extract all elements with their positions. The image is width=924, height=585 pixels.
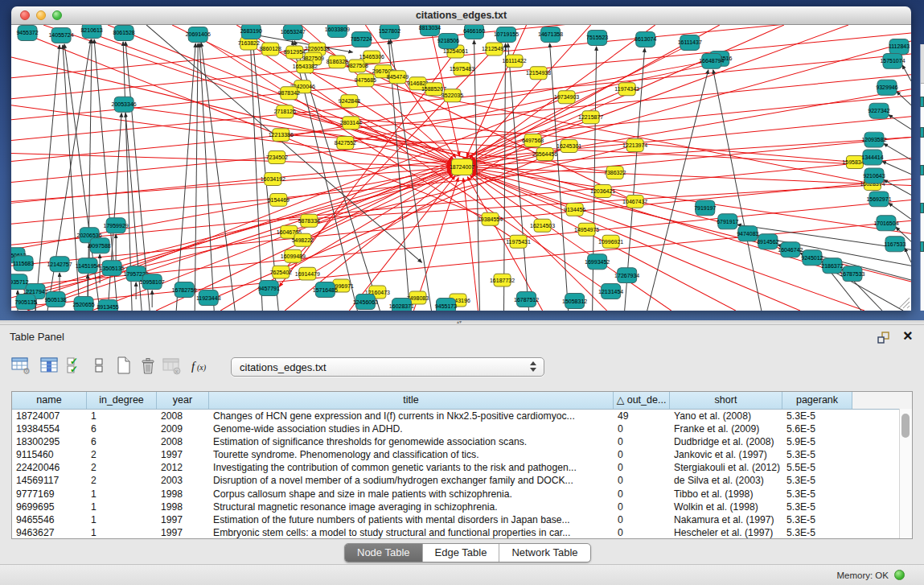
citation-network-graph[interactable]: 7163822886012889129542226053898275091654… — [11, 25, 911, 311]
table-cell: 18724007 — [12, 410, 87, 422]
table-row[interactable]: 911546021997Tourette syndrome. Phenomeno… — [12, 448, 912, 461]
table-row[interactable]: 977716911998Corpus callosum shape and si… — [12, 488, 912, 501]
table-row[interactable]: 1456911722003Disruption of a novel membe… — [12, 474, 912, 487]
graph-node-label: 6791917 — [717, 219, 738, 225]
graph-node-label: 15885207 — [421, 86, 446, 92]
graph-node-label: 17016504 — [873, 220, 898, 226]
column-header-year[interactable]: year — [157, 392, 209, 409]
graph-node-label: 10958107 — [140, 279, 165, 285]
table-cell: Investigating the contribution of common… — [209, 461, 614, 474]
column-header-in_degree[interactable]: in_degree — [87, 392, 157, 409]
table-row[interactable]: 2242004622012Investigating the contribut… — [12, 461, 912, 474]
table-cell: 0 — [614, 526, 670, 539]
tab-network-table[interactable]: Network Table — [499, 544, 589, 562]
graph-node-label: 8186328 — [326, 59, 348, 64]
table-cell: Structural magnetic resonance image aver… — [209, 501, 614, 513]
graph-node-label: 20206536 — [77, 233, 102, 238]
graph-node-label: 11923448 — [196, 295, 221, 301]
row-height-button[interactable] — [90, 356, 111, 377]
graph-node-label: 22260538 — [305, 46, 330, 51]
table-row[interactable]: 1872400712008Changes of HCN gene express… — [12, 410, 912, 422]
table-cell: 5.3E-5 — [782, 501, 852, 513]
graph-node-label: 8613074 — [634, 36, 656, 42]
graph-node-label: 19384554 — [478, 216, 503, 222]
graph-node-label: 5878334 — [298, 218, 320, 224]
graph-node-label: 2718126 — [274, 109, 296, 114]
table-cell: Dudbridge et al. (2008) — [670, 435, 782, 448]
tab-node-table[interactable]: Node Table — [345, 544, 422, 562]
column-header-short[interactable]: short — [670, 392, 782, 409]
table-row[interactable]: 969969511998Structural magnetic resonanc… — [12, 501, 912, 513]
graph-node-label: 9154469 — [268, 197, 290, 203]
graph-node-label: 10719155 — [494, 31, 519, 37]
window-titlebar[interactable]: citations_edges.txt — [11, 6, 911, 25]
network-desktop: citations_edges.txt 71638228860128891295… — [0, 0, 924, 320]
graph-node-label: 9227342 — [868, 108, 889, 113]
graph-node-label: 13254061 — [443, 48, 468, 54]
table-row[interactable]: 1938455462009Genome-wide association stu… — [12, 422, 912, 435]
table-cell: 9777169 — [12, 488, 87, 501]
float-panel-button[interactable] — [877, 332, 890, 344]
table-cell: Changes of HCN gene expression and I(f) … — [209, 410, 614, 422]
graph-node-label: 9097588 — [88, 243, 110, 249]
function-builder-button[interactable]: f (x) — [190, 356, 211, 377]
graph-node-label: 8912954 — [284, 49, 306, 55]
table-scrollbar[interactable] — [899, 409, 912, 538]
select-columns-button[interactable]: ✓ ✓ — [66, 356, 87, 377]
table-type-tabs: Node TableEdge TableNetwork Table — [344, 543, 591, 562]
column-header-name[interactable]: name — [12, 392, 87, 409]
table-cell: 2008 — [157, 435, 209, 448]
table-cell: Stergiakouli et al. (2012) — [670, 461, 782, 474]
table-cell: 1 — [87, 501, 157, 513]
graph-node-label: 12213974 — [622, 142, 647, 148]
canvas-resize-grip[interactable] — [899, 298, 910, 308]
column-header-pagerank[interactable]: pagerank — [782, 392, 852, 409]
show-columns-button[interactable] — [40, 356, 61, 377]
table-cell: 2012 — [157, 461, 209, 474]
graph-node-label: 16187732 — [490, 278, 515, 283]
trash-icon — [138, 356, 158, 375]
graph-node-label: 16099489 — [281, 253, 306, 259]
network-window[interactable]: citations_edges.txt 71638228860128891295… — [11, 6, 911, 311]
table-row[interactable]: 1830029562008Estimation of significance … — [12, 435, 912, 448]
graph-node-label: 9457791 — [258, 286, 280, 291]
scrollbar-thumb[interactable] — [901, 414, 910, 438]
table-cell: 0 — [614, 474, 670, 487]
network-table-selector[interactable]: citations_edges.txt — [231, 357, 544, 377]
table-row[interactable]: 946554611997Estimation of the future num… — [12, 513, 912, 526]
table-mode-button[interactable]: ⚙ — [11, 356, 32, 377]
graph-node-label: 9935712 — [11, 279, 29, 285]
graph-node-label: 16245301 — [556, 143, 581, 149]
import-table-button[interactable]: x — [162, 356, 183, 377]
graph-node-label: 8454749 — [387, 74, 409, 80]
graph-node-label: 12215877 — [578, 114, 603, 120]
graph-node-label: 8914562 — [757, 239, 778, 245]
background-node-fragment — [920, 203, 924, 213]
graph-node-label: 10653247 — [281, 29, 306, 35]
graph-node-label: 15751074 — [880, 58, 905, 64]
table-cell: Jankovic et al. (1997) — [670, 448, 782, 461]
graph-node-label: 7857224 — [351, 36, 372, 42]
graph-node-label: 7625402 — [270, 270, 292, 275]
graph-node-label: 12125493 — [482, 46, 507, 51]
create-column-button[interactable] — [114, 356, 135, 377]
graph-node-label: 9455372 — [16, 30, 38, 35]
graph-node-label: 14954975 — [574, 227, 599, 233]
column-checklist-icon: ✓ ✓ — [66, 356, 85, 375]
graph-node-label: 1112843 — [889, 43, 910, 49]
table-row[interactable]: 946362711997Embryonic stem cells: a mode… — [12, 526, 912, 539]
graph-node-label: 9329946 — [876, 84, 897, 90]
close-panel-button[interactable]: × — [903, 327, 913, 344]
delete-column-button[interactable] — [138, 356, 159, 377]
network-canvas[interactable]: 7163822886012889129542226053898275091654… — [11, 25, 911, 311]
memory-status-label: Memory: OK — [836, 571, 889, 580]
cytoscape-app: citations_edges.txt 71638228860128891295… — [0, 0, 924, 585]
graph-node-label: 9134456 — [564, 207, 585, 212]
graph-node-label: 16111422 — [503, 58, 527, 64]
graph-node-label: 11451954 — [76, 263, 101, 269]
column-header-title[interactable]: title — [209, 392, 614, 409]
column-header-out_de[interactable]: △ out_de... — [614, 392, 670, 409]
graph-node-label: 15975483 — [450, 66, 474, 72]
tab-edge-table[interactable]: Edge Table — [422, 544, 499, 562]
table-cell: 0 — [614, 461, 670, 474]
